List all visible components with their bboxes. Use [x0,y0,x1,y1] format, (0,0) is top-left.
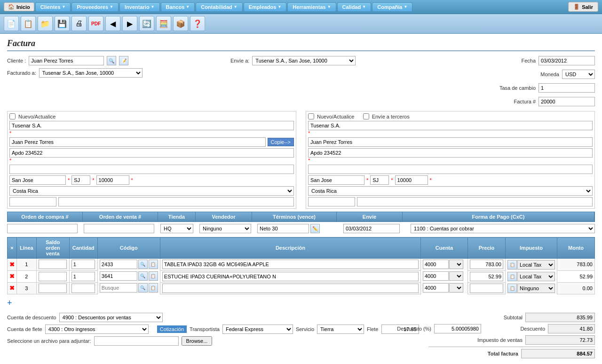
row-3-cantidad[interactable] [71,284,95,293]
billing-state-input[interactable] [71,175,90,185]
row-3-cuenta[interactable] [423,283,449,293]
terminos-input[interactable] [257,224,309,233]
row-2-precio[interactable] [470,272,503,281]
row-1-cantidad[interactable] [71,260,95,269]
edit-terminos-button[interactable]: ✏️ [310,224,320,233]
row-2-descripcion[interactable] [162,272,419,281]
nav-clientes[interactable]: Clientes ▼ [35,2,71,12]
cliente-input[interactable] [29,56,104,65]
new-blank-button[interactable]: 📋 [21,16,36,31]
shipping-zip-input[interactable] [395,175,428,185]
view-row-2-button[interactable]: 📋 [149,271,158,281]
back-button[interactable]: ◀ [105,16,120,31]
search-cliente-button[interactable]: 🔍 [107,56,116,65]
servicio-select[interactable]: Tierra [317,324,364,334]
cuenta-flete-select[interactable]: 4300 : Otro ingresos [45,324,149,334]
nuevo-billing-checkbox[interactable] [9,113,16,119]
search-row-2-button[interactable]: 🔍 [138,271,148,281]
shipping-country-select[interactable]: Costa Rica [308,186,593,196]
vendedor-select[interactable]: Ninguno [199,224,251,233]
billing-company-input[interactable] [9,121,294,130]
nuevo-shipping-checkbox[interactable] [308,113,314,119]
shipping-address2-input[interactable] [308,165,593,174]
envie-select[interactable]: Tusenar S.A., San Jose, 10000 [252,56,356,65]
cuenta-descuento-select[interactable]: 4900 : Descuentos por ventas [59,313,163,322]
shipping-company-input[interactable] [308,121,593,130]
envie-terceros-checkbox[interactable] [363,113,369,119]
row-3-cuenta-select[interactable] [449,283,463,293]
row-2-codigo[interactable] [100,271,137,281]
moneda-select[interactable]: USD [562,70,595,79]
open-button[interactable]: 📁 [38,16,53,31]
nav-bancos[interactable]: Bancos ▼ [161,2,195,12]
billing-name-input[interactable] [9,137,266,147]
row-3-descripcion[interactable] [162,284,419,293]
add-line-button[interactable]: + [7,298,12,308]
search-row-3-button[interactable]: 🔍 [138,283,148,293]
billing-extra1-input[interactable] [9,197,56,206]
adjuntar-input[interactable] [94,336,179,346]
row-1-saldo[interactable] [39,260,67,269]
billing-address1-input[interactable] [9,148,294,158]
row-2-cuenta-select[interactable] [449,271,463,281]
help-button[interactable]: ❓ [190,16,205,31]
impuesto-icon-1[interactable]: 📋 [507,260,517,269]
delete-row-1-button[interactable]: ✖ [9,261,15,268]
nav-calidad[interactable]: Calidad ▼ [337,2,372,12]
save-button[interactable]: 💾 [55,16,70,31]
row-3-codigo[interactable] [100,283,137,293]
nav-contabilidad[interactable]: Contabilidad ▼ [196,2,243,12]
edit-cliente-button[interactable]: 📝 [119,56,128,65]
new-button[interactable]: 📄 [4,16,19,31]
view-row-3-button[interactable]: 📋 [149,283,158,293]
row-1-codigo[interactable] [100,260,137,269]
refresh-button[interactable]: 🔄 [139,16,154,31]
row-1-cuenta-select[interactable] [449,260,463,269]
impuesto-icon-3[interactable]: 📋 [507,284,517,293]
row-2-saldo[interactable] [39,272,67,281]
row-2-cuenta[interactable] [423,271,449,281]
nav-herramientas[interactable]: Herramientas ▼ [287,2,336,12]
transportista-select[interactable]: Federal Express [222,324,293,334]
row-2-cantidad[interactable] [71,272,95,281]
box-button[interactable]: 📦 [173,16,188,31]
nav-inventario[interactable]: Inventario ▼ [119,2,160,12]
print-button[interactable]: 🖨 [71,16,87,31]
impuesto-icon-2[interactable]: 📋 [507,272,517,281]
facturado-select[interactable]: Tusenar S.A., San Jose, 10000 [39,68,143,78]
shipping-state-input[interactable] [370,175,389,185]
row-1-descripcion[interactable] [162,260,419,269]
orden-compra-input[interactable] [7,224,78,233]
billing-zip-input[interactable] [96,175,129,185]
shipping-name-input[interactable] [308,137,593,147]
browse-button[interactable]: Browse... [182,336,213,346]
delete-row-3-button[interactable]: ✖ [9,285,15,292]
shipping-extra1-input[interactable] [308,197,355,206]
factura-input[interactable] [539,97,595,106]
descuento-pct-input[interactable] [434,324,481,333]
search-row-1-button[interactable]: 🔍 [138,260,148,269]
delete-row-2-button[interactable]: ✖ [9,273,15,280]
billing-address2-input[interactable] [9,165,294,174]
nav-proveedores[interactable]: Proveedores ▼ [71,2,119,12]
pdf-button[interactable]: PDF [88,16,103,31]
row-3-saldo[interactable] [39,284,67,293]
view-row-1-button[interactable]: 📋 [149,260,158,269]
billing-extra2-input[interactable] [58,197,294,206]
billing-country-select[interactable]: Costa Rica [9,186,294,196]
row-1-precio[interactable] [470,260,503,269]
envie-date-input[interactable] [343,224,400,233]
salir-button[interactable]: 🚪 Salir [568,2,598,12]
forward-button[interactable]: ▶ [122,16,137,31]
fecha-input[interactable] [539,56,595,65]
row-3-impuesto[interactable]: Ninguno [517,284,555,293]
shipping-address1-input[interactable] [308,148,593,158]
home-button[interactable]: 🏠 Inicio [4,2,34,11]
nav-empleados[interactable]: Empleados ▼ [244,2,287,12]
row-1-cuenta[interactable] [423,260,449,269]
forma-pago-select[interactable]: 1100 : Cuentas por cobrar [411,224,595,233]
calculator-button[interactable]: 🧮 [156,16,171,31]
cotizacion-button[interactable]: Cotización [157,325,187,333]
row-3-precio[interactable] [470,284,503,293]
tasa-input[interactable] [539,83,595,93]
